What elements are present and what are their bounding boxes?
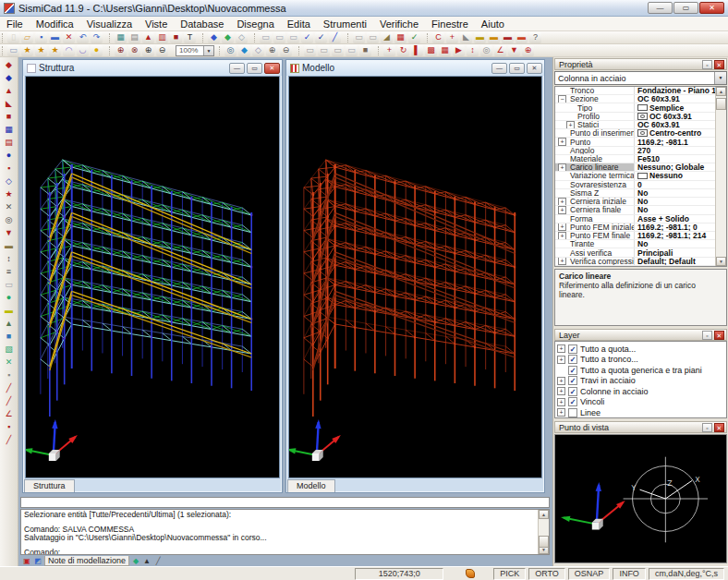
scroll-down-icon[interactable]: ▼ — [716, 257, 726, 266]
tool-e-icon[interactable]: ▭ — [332, 45, 344, 56]
expand-icon[interactable]: + — [557, 344, 565, 353]
struttura-titlebar[interactable]: Struttura — ▭ ✕ — [23, 60, 282, 76]
property-value[interactable]: Semplice — [635, 103, 715, 111]
property-row[interactable]: +Punto1169.2; -981.1 — [555, 138, 715, 146]
light-icon[interactable]: ● — [91, 45, 103, 56]
view-3d-green-icon[interactable]: ◆ — [222, 32, 234, 43]
layer-checkbox[interactable]: ✓ — [568, 366, 577, 375]
expand-icon[interactable]: + — [557, 408, 565, 417]
properties-close-icon[interactable]: ✕ — [714, 60, 724, 69]
tool-b-icon[interactable]: ▭ — [367, 32, 379, 43]
expand-icon[interactable]: + — [558, 138, 566, 145]
cad-tool-12-icon[interactable]: ✕ — [3, 201, 16, 213]
red-grid-icon[interactable]: ▦ — [394, 32, 406, 43]
minimize-button[interactable]: — — [648, 2, 673, 14]
zoom-window-icon[interactable]: ⊕ — [115, 45, 127, 56]
zoom-in-icon[interactable]: ⊕ — [142, 45, 154, 56]
property-value[interactable]: No — [635, 240, 715, 248]
struttura-close-button[interactable]: ✕ — [264, 63, 280, 74]
property-row[interactable]: TroncoFondazione - Piano 1 — [555, 87, 715, 95]
property-grid-scrollbar[interactable]: ▲ ▼ — [715, 87, 726, 266]
layer-checkbox[interactable]: ✓ — [568, 344, 577, 354]
property-row[interactable]: Angolo270 — [555, 147, 715, 155]
pointer-icon[interactable]: ◣ — [460, 32, 472, 43]
struttura-viewport[interactable] — [25, 76, 280, 478]
favorite-2-icon[interactable]: ★ — [35, 45, 47, 56]
pan-2-icon[interactable]: ◡ — [77, 45, 89, 56]
expand-icon[interactable]: + — [558, 224, 566, 231]
layer-checkbox[interactable]: ✓ — [568, 355, 577, 364]
notes-nav-icon[interactable]: ◩ — [33, 557, 42, 565]
tool-d-icon[interactable]: ▭ — [318, 45, 330, 56]
undo-icon[interactable]: ↶ — [77, 32, 89, 43]
property-value[interactable]: Asse + Solido — [635, 215, 715, 223]
property-value[interactable]: No — [635, 206, 715, 213]
status-toggle-osnap[interactable]: OSNAP — [568, 568, 611, 580]
layer-item[interactable]: +✓Tutto a tronco... — [557, 355, 726, 366]
property-row[interactable]: +Punto FEM finale1169.2; -981.1; 214 — [555, 232, 715, 240]
shade-mode-icon[interactable]: ◆ — [238, 45, 250, 56]
redraw-icon[interactable]: ▭ — [7, 45, 19, 56]
brush-icon[interactable] — [466, 569, 475, 578]
property-row[interactable]: MaterialeFe510 — [555, 155, 715, 163]
cad-tool-23-icon[interactable]: ▧ — [3, 344, 16, 356]
layer-item[interactable]: +Linee — [557, 407, 726, 418]
collapse-icon[interactable]: − — [558, 95, 566, 103]
property-value[interactable]: Fe510 — [635, 155, 715, 163]
property-row[interactable]: +Carico lineareNessuno; Globale — [555, 163, 715, 172]
cad-tool-16-icon[interactable]: ↕ — [3, 253, 16, 265]
layer-checkbox[interactable]: ✓ — [568, 397, 577, 406]
cad-tool-13-icon[interactable]: ◎ — [3, 214, 16, 226]
cad-tool-30-icon[interactable]: ╱ — [3, 434, 16, 446]
cad-tool-15-icon[interactable]: ▬ — [3, 240, 16, 252]
orbit-icon[interactable]: ◎ — [224, 45, 237, 56]
cad-tool-29-icon[interactable]: ▪ — [3, 421, 16, 433]
viewpoint-canvas[interactable]: XYZ — [554, 434, 727, 563]
chevron-down-icon[interactable]: ▼ — [203, 46, 213, 55]
property-row[interactable]: TiranteNo — [555, 240, 715, 248]
check-2-icon[interactable]: ✓ — [315, 32, 327, 43]
layer-item[interactable]: +✓Travi in acciaio — [557, 376, 726, 387]
property-value[interactable]: 270 — [635, 147, 715, 154]
layer-item[interactable]: ✓Tutto a quota generica e tra piani — [557, 365, 726, 376]
property-value[interactable]: 1169.2; -981.1; 0 — [635, 224, 715, 231]
menu-aiuto[interactable]: Aiuto — [475, 18, 511, 30]
chart-icon[interactable]: ▥ — [156, 32, 168, 43]
target-tool-icon[interactable]: ⊕ — [522, 45, 534, 56]
measure-3-icon[interactable]: ▬ — [502, 32, 514, 43]
property-row[interactable]: +Cerniera finaleNo — [555, 206, 715, 214]
viewpoint-pin-icon[interactable]: ▫ — [702, 423, 712, 432]
rotate-entity-icon[interactable]: ↻ — [397, 45, 409, 56]
properties-pin-icon[interactable]: ▫ — [702, 60, 712, 69]
move-node-icon[interactable]: + — [446, 32, 458, 43]
command-scrollbar[interactable]: ▲ ▼ — [538, 510, 549, 554]
tab-note-di-modellazione[interactable]: Note di modellazione — [44, 556, 129, 566]
property-value[interactable]: Default; Default — [635, 258, 715, 265]
menu-modifica[interactable]: Modifica — [30, 18, 80, 30]
modello-close-button[interactable]: ✕ — [527, 63, 542, 74]
property-row[interactable]: −SezioneOC 60x3.91 — [555, 95, 715, 103]
property-row[interactable]: FormaAsse + Solido — [555, 215, 715, 224]
section-view-icon[interactable]: ◇ — [252, 45, 264, 56]
layer-item[interactable]: +✓Vincoli — [557, 397, 726, 408]
expand-icon[interactable]: + — [558, 258, 566, 265]
cad-tool-21-icon[interactable]: ▲ — [3, 318, 16, 330]
property-value[interactable]: Centro-centro — [635, 129, 715, 137]
property-value[interactable]: OC 60x3.91 — [635, 121, 715, 128]
measure-4-icon[interactable]: ▬ — [516, 32, 528, 43]
expand-icon[interactable]: + — [558, 232, 566, 239]
property-row[interactable]: +StaticiOC 60x3.91 — [555, 121, 715, 129]
scroll-thumb[interactable] — [716, 98, 726, 110]
notes-warning-icon[interactable]: ▣ — [22, 557, 31, 565]
cad-tool-10-icon[interactable]: ◇ — [3, 175, 16, 187]
cad-tool-2-icon[interactable]: ◆ — [3, 72, 16, 84]
expand-icon[interactable]: + — [558, 198, 566, 205]
user-icon[interactable]: ▲ — [142, 32, 154, 43]
status-toggle-orto[interactable]: ORTO — [528, 568, 565, 580]
save-all-icon[interactable]: ▬ — [49, 32, 61, 43]
favorite-3-icon[interactable]: ★ — [49, 45, 61, 56]
property-value[interactable]: OC 60x3.91 — [635, 113, 715, 120]
scroll-thumb[interactable] — [539, 536, 549, 548]
property-row[interactable]: Punto di inserimentoCentro-centro — [555, 129, 715, 138]
tool-a-icon[interactable]: ▭ — [353, 32, 365, 43]
